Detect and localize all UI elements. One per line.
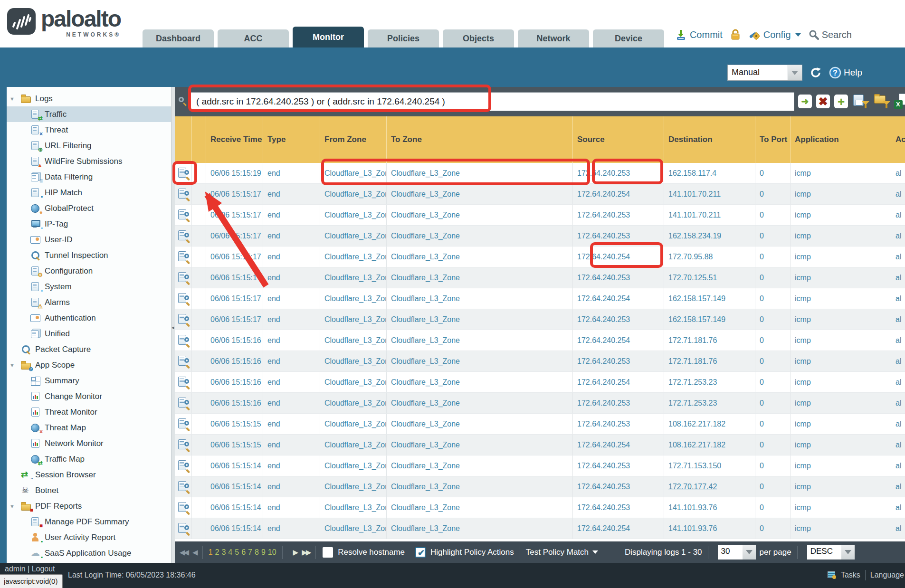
- cell-destination[interactable]: 141.101.93.76: [664, 497, 755, 518]
- cell-time[interactable]: 06/06 15:15:15: [206, 414, 263, 434]
- cell-destination[interactable]: 172.71.253.23: [664, 393, 755, 413]
- cell-action[interactable]: al: [891, 455, 905, 476]
- cell-destination[interactable]: 108.162.217.182: [664, 414, 755, 434]
- sidebar-item-hip-match[interactable]: ▪HIP Match: [7, 185, 171, 200]
- sidebar-item-ip-tag[interactable]: ▪IP-Tag: [7, 216, 171, 232]
- cell-type[interactable]: end: [263, 267, 320, 288]
- cell-application[interactable]: icmp: [791, 372, 891, 392]
- cell-source[interactable]: 172.64.240.253: [573, 205, 664, 225]
- cell-to_zone[interactable]: Cloudflare_L3_Zone: [387, 518, 573, 539]
- cell-source[interactable]: 172.64.240.253: [573, 351, 664, 371]
- cell-source[interactable]: 172.64.240.254: [573, 247, 664, 267]
- sidebar-item-wildfire-submissions[interactable]: ▲WildFire Submissions: [7, 153, 171, 169]
- log-detail-icon[interactable]: [178, 502, 189, 514]
- sidebar-item-logs[interactable]: ▼Logs: [7, 91, 171, 106]
- cell-from_zone[interactable]: Cloudflare_L3_Zone: [320, 309, 387, 330]
- cell-destination[interactable]: 172.71.181.76: [664, 351, 755, 371]
- cell-type[interactable]: end: [263, 309, 320, 330]
- cell-action[interactable]: al: [891, 163, 905, 183]
- log-detail-icon[interactable]: [178, 397, 189, 409]
- cell-action[interactable]: al: [891, 414, 905, 434]
- cell-source[interactable]: 172.64.240.253: [573, 163, 664, 183]
- cell-from_zone[interactable]: Cloudflare_L3_Zone: [320, 351, 387, 371]
- cell-application[interactable]: icmp: [791, 226, 891, 246]
- cell-application[interactable]: icmp: [791, 163, 891, 183]
- cell-time[interactable]: 06/06 15:15:14: [206, 518, 263, 539]
- expander-icon[interactable]: ▼: [10, 96, 21, 102]
- log-detail-icon[interactable]: [178, 334, 189, 347]
- page-number-4[interactable]: 4: [228, 548, 232, 557]
- search-button[interactable]: Search: [809, 29, 852, 40]
- cell-application[interactable]: icmp: [791, 351, 891, 371]
- cell-from_zone[interactable]: Cloudflare_L3_Zone: [320, 497, 387, 518]
- cell-type[interactable]: end: [263, 476, 320, 497]
- sidebar-item-threat-map[interactable]: ×Threat Map: [7, 420, 171, 436]
- cell-destination[interactable]: 172.71.181.76: [664, 330, 755, 351]
- cell-application[interactable]: icmp: [791, 288, 891, 309]
- column-header-time[interactable]: Receive Time: [206, 116, 263, 163]
- cell-time[interactable]: 06/06 15:15:16: [206, 351, 263, 371]
- column-header-to_port[interactable]: To Port: [755, 116, 791, 163]
- cell-application[interactable]: icmp: [791, 455, 891, 476]
- cell-type[interactable]: end: [263, 497, 320, 518]
- sidebar-item-change-monitor[interactable]: Change Monitor: [7, 389, 171, 404]
- sidebar-item-configuration[interactable]: ⚙Configuration: [7, 263, 171, 279]
- page-number-5[interactable]: 5: [235, 548, 239, 557]
- column-header-source[interactable]: Source: [573, 116, 664, 163]
- page-number-10[interactable]: 10: [268, 548, 276, 557]
- cell-from_zone[interactable]: Cloudflare_L3_Zone: [320, 476, 387, 497]
- cell-type[interactable]: end: [263, 518, 320, 539]
- cell-destination[interactable]: 162.158.157.149: [664, 288, 755, 309]
- log-detail-icon[interactable]: [178, 167, 189, 180]
- cell-source[interactable]: 172.64.240.253: [573, 226, 664, 246]
- cell-destination[interactable]: 141.101.70.211: [664, 184, 755, 204]
- cell-to_zone[interactable]: Cloudflare_L3_Zone: [387, 414, 573, 434]
- log-detail-icon[interactable]: [178, 522, 189, 535]
- column-header-flag[interactable]: [192, 116, 206, 163]
- cell-source[interactable]: 172.64.240.253: [573, 414, 664, 434]
- cell-to_zone[interactable]: Cloudflare_L3_Zone: [387, 184, 573, 204]
- lock-icon[interactable]: [730, 29, 741, 40]
- tab-objects[interactable]: Objects: [443, 29, 514, 47]
- cell-to_port[interactable]: 0: [755, 393, 791, 413]
- cell-type[interactable]: end: [263, 163, 320, 183]
- cell-to_port[interactable]: 0: [755, 351, 791, 371]
- cell-destination[interactable]: 172.70.125.51: [664, 267, 755, 288]
- cell-to_port[interactable]: 0: [755, 330, 791, 351]
- page-number-9[interactable]: 9: [261, 548, 266, 557]
- cell-to_zone[interactable]: Cloudflare_L3_Zone: [387, 247, 573, 267]
- cell-action[interactable]: al: [891, 330, 905, 351]
- sidebar-item-alarms[interactable]: ⚠Alarms: [7, 294, 171, 310]
- column-header-destination[interactable]: Destination: [664, 116, 755, 163]
- cell-from_zone[interactable]: Cloudflare_L3_Zone: [320, 163, 387, 183]
- resolve-hostname-checkbox[interactable]: [323, 547, 333, 558]
- sidebar-item-unified[interactable]: Unified: [7, 326, 171, 341]
- cell-to_port[interactable]: 0: [755, 247, 791, 267]
- config-dropdown[interactable]: Config: [748, 29, 801, 40]
- cell-time[interactable]: 06/06 15:15:14: [206, 455, 263, 476]
- cell-type[interactable]: end: [263, 330, 320, 351]
- tab-network[interactable]: Network: [518, 29, 589, 47]
- log-detail-icon[interactable]: [178, 272, 189, 284]
- cell-to_zone[interactable]: Cloudflare_L3_Zone: [387, 372, 573, 392]
- cell-type[interactable]: end: [263, 455, 320, 476]
- per-page-dropdown-button[interactable]: [743, 545, 756, 560]
- tab-acc[interactable]: ACC: [218, 29, 289, 47]
- cell-type[interactable]: end: [263, 393, 320, 413]
- save-filter-button[interactable]: [853, 94, 869, 109]
- cell-application[interactable]: icmp: [791, 309, 891, 330]
- refresh-icon[interactable]: [809, 66, 822, 79]
- cell-type[interactable]: end: [263, 435, 320, 455]
- column-header-detail[interactable]: [175, 116, 192, 163]
- cell-application[interactable]: icmp: [791, 393, 891, 413]
- cell-from_zone[interactable]: Cloudflare_L3_Zone: [320, 247, 387, 267]
- cell-action[interactable]: al: [891, 288, 905, 309]
- cell-to_port[interactable]: 0: [755, 267, 791, 288]
- cell-action[interactable]: al: [891, 226, 905, 246]
- cell-to_port[interactable]: 0: [755, 205, 791, 225]
- highlight-policy-actions-checkbox[interactable]: [415, 547, 426, 558]
- cell-to_zone[interactable]: Cloudflare_L3_Zone: [387, 497, 573, 518]
- log-detail-icon[interactable]: [178, 355, 189, 368]
- cell-source[interactable]: 172.64.240.254: [573, 372, 664, 392]
- cell-destination[interactable]: 141.101.93.76: [664, 518, 755, 539]
